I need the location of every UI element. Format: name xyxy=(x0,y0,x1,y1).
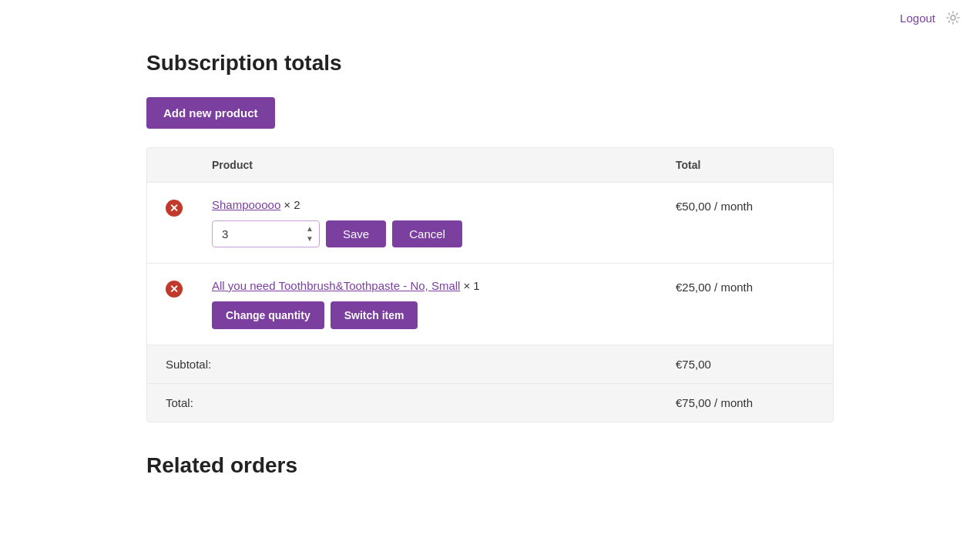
remove-row2-button[interactable]: ✕ xyxy=(166,281,183,298)
qty-input-wrapper-row1: ▲ ▼ xyxy=(212,220,320,247)
subtotal-label: Subtotal: xyxy=(166,358,676,371)
main-content: Subscription totals Add new product Prod… xyxy=(128,35,852,493)
switch-item-button[interactable]: Switch item xyxy=(331,301,418,329)
product-qty-row2: × 1 xyxy=(463,279,479,292)
total-row: Total: €75,00 / month xyxy=(147,384,833,422)
subtotal-value: €75,00 xyxy=(676,358,814,371)
add-product-button[interactable]: Add new product xyxy=(146,97,275,129)
top-bar: Logout xyxy=(0,0,980,35)
table-row: ✕ Shampooooo × 2 ▲ ▼ Save Canc xyxy=(147,183,833,264)
qty-spinner-up-row1[interactable]: ▲ xyxy=(304,224,315,234)
total-label: Total: xyxy=(166,396,676,409)
total-value: €75,00 / month xyxy=(676,396,814,409)
related-orders-title: Related orders xyxy=(146,453,834,478)
change-quantity-button[interactable]: Change quantity xyxy=(212,301,324,329)
product-cell-row2: All you need Toothbrush&Toothpaste - No,… xyxy=(212,279,676,329)
remove-icon-cell: ✕ xyxy=(166,198,212,217)
product-name-row1: Shampooooo × 2 xyxy=(212,198,676,211)
settings-icon[interactable] xyxy=(945,9,962,26)
product-link-row2[interactable]: All you need Toothbrush&Toothpaste - No,… xyxy=(212,279,460,292)
save-button-row1[interactable]: Save xyxy=(326,220,386,247)
header-product: Product xyxy=(212,159,676,171)
svg-point-0 xyxy=(951,15,955,20)
quantity-input-row1[interactable] xyxy=(212,220,320,247)
table-row-2: ✕ All you need Toothbrush&Toothpaste - N… xyxy=(147,264,833,345)
cancel-button-row1[interactable]: Cancel xyxy=(392,220,462,247)
product-name-row2: All you need Toothbrush&Toothpaste - No,… xyxy=(212,279,676,292)
remove-row1-button[interactable]: ✕ xyxy=(166,200,183,217)
product-cell-row1: Shampooooo × 2 ▲ ▼ Save Cancel xyxy=(212,198,676,247)
header-empty xyxy=(166,159,212,171)
action-buttons-row2: Change quantity Switch item xyxy=(212,301,676,329)
quantity-edit-row1: ▲ ▼ Save Cancel xyxy=(212,220,676,247)
logout-link[interactable]: Logout xyxy=(900,12,935,25)
subscription-table: Product Total ✕ Shampooooo × 2 ▲ ▼ xyxy=(146,147,834,422)
subtotal-row: Subtotal: €75,00 xyxy=(147,345,833,384)
qty-spinners-row1: ▲ ▼ xyxy=(304,224,315,244)
product-qty-row1: × 2 xyxy=(284,198,300,211)
qty-spinner-down-row1[interactable]: ▼ xyxy=(304,234,315,244)
product-link-row1[interactable]: Shampooooo xyxy=(212,198,280,211)
header-total: Total xyxy=(676,159,814,171)
total-cell-row2: €25,00 / month xyxy=(676,279,814,294)
total-cell-row1: €50,00 / month xyxy=(676,198,814,213)
remove-icon-cell-row2: ✕ xyxy=(166,279,212,298)
table-header: Product Total xyxy=(147,148,833,183)
page-title: Subscription totals xyxy=(146,51,834,76)
